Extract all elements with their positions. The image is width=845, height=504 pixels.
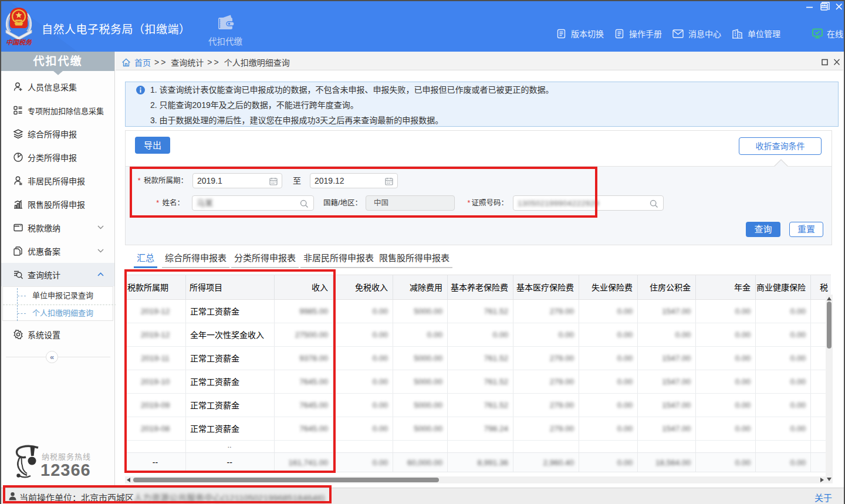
svg-text:中国税务: 中国税务 bbox=[6, 39, 33, 46]
